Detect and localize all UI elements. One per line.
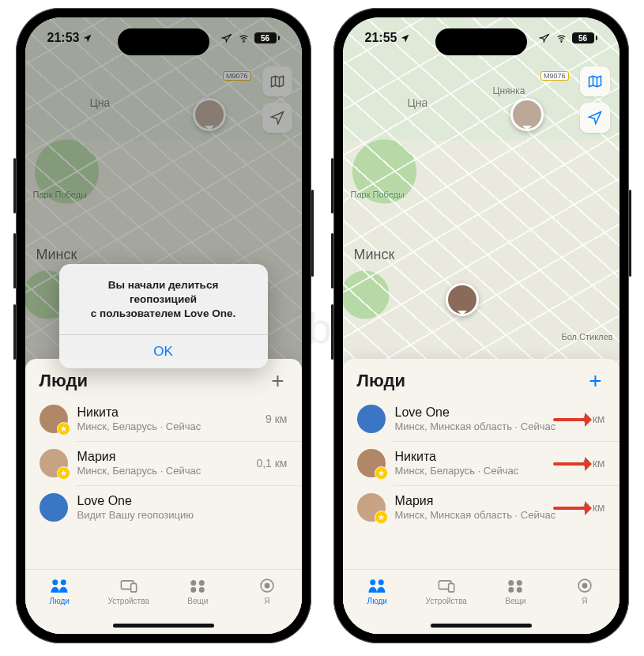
- map-controls: [580, 66, 610, 133]
- tab-me[interactable]: Я: [550, 576, 620, 605]
- map-label-city: Минск: [354, 247, 395, 263]
- airplane-mode-icon: [221, 32, 233, 43]
- person-subtitle: Минск, Беларусь · Сейчас: [395, 465, 574, 477]
- tab-people[interactable]: Люди: [25, 576, 95, 605]
- tab-label: Я: [264, 597, 269, 605]
- person-distance: 9 км: [266, 413, 287, 425]
- person-subtitle: Видит Вашу геопозицию: [77, 509, 278, 521]
- tab-label: Вещи: [187, 597, 208, 605]
- screen: Цна Цнянка Минск Парк Победы Бол.Стиклев…: [343, 17, 620, 634]
- person-distance: 9 км: [583, 457, 604, 469]
- person-row[interactable]: Никита Минск, Беларусь · Сейчас 9 км: [343, 441, 620, 485]
- person-distance: 0,1 км: [256, 457, 287, 469]
- map-person-pin[interactable]: [510, 98, 544, 131]
- tab-label: Я: [582, 597, 587, 605]
- tab-items[interactable]: Вещи: [164, 576, 233, 605]
- tab-label: Вещи: [505, 597, 525, 605]
- devices-icon: [118, 576, 140, 595]
- tab-label: Люди: [367, 597, 387, 605]
- dynamic-island: [435, 28, 527, 55]
- person-row[interactable]: Love One Видит Вашу геопозицию: [25, 485, 302, 530]
- locate-me-button[interactable]: [580, 103, 610, 133]
- map-label-park: Парк Победы: [351, 190, 405, 199]
- tab-people[interactable]: Люди: [343, 576, 412, 605]
- tab-devices[interactable]: Устройства: [412, 576, 481, 605]
- add-person-button[interactable]: +: [586, 370, 604, 392]
- sheet-title: Люди: [40, 371, 88, 391]
- person-name: Никита: [395, 450, 574, 464]
- location-services-icon: [400, 33, 410, 43]
- svg-point-0: [243, 41, 243, 42]
- iphone-frame-right: Цна Цнянка Минск Парк Победы Бол.Стиклев…: [333, 8, 629, 643]
- airplane-mode-icon: [539, 32, 551, 43]
- battery-indicator: 56: [572, 32, 597, 43]
- person-name: Love One: [77, 494, 278, 508]
- me-icon: [574, 576, 596, 595]
- iphone-frame-left: Цна Минск Парк Победы M9076 21:53: [16, 8, 311, 643]
- status-time: 21:53: [47, 31, 80, 45]
- svg-point-11: [560, 41, 561, 42]
- map-label-street: Бол.Стиклев: [561, 332, 612, 341]
- avatar: [357, 449, 386, 477]
- person-distance: 0 км: [583, 501, 604, 514]
- tab-devices[interactable]: Устройства: [94, 576, 164, 605]
- svg-point-21: [582, 583, 586, 587]
- svg-point-7: [191, 587, 197, 593]
- map-label-town: Цна: [408, 96, 428, 109]
- people-icon: [48, 576, 70, 595]
- tab-label: Люди: [50, 597, 70, 605]
- people-icon: [366, 576, 388, 595]
- svg-point-18: [509, 587, 514, 593]
- avatar: [40, 493, 68, 522]
- avatar: [40, 449, 68, 477]
- avatar: [357, 493, 386, 522]
- map-label-town2: Цнянка: [493, 85, 525, 96]
- battery-level: 56: [572, 32, 594, 43]
- person-row[interactable]: Love One Минск, Минская область · Сейчас…: [343, 397, 620, 441]
- person-subtitle: Минск, Минская область · Сейчас: [395, 420, 574, 432]
- tab-items[interactable]: Вещи: [481, 576, 551, 605]
- map-person-pin[interactable]: [446, 283, 479, 316]
- map-mode-button[interactable]: [580, 66, 610, 96]
- map-road-badge: M9076: [540, 71, 569, 81]
- wifi-icon: [237, 33, 250, 43]
- alert-message: Вы начали делиться геопозицией с пользов…: [59, 264, 268, 334]
- tab-me[interactable]: Я: [232, 576, 302, 605]
- person-row[interactable]: Мария Минск, Беларусь · Сейчас 0,1 км: [25, 441, 302, 485]
- person-name: Мария: [395, 494, 574, 508]
- screen: Цна Минск Парк Победы M9076 21:53: [25, 17, 302, 634]
- tab-label: Устройства: [426, 597, 467, 605]
- tab-label: Устройства: [108, 597, 149, 605]
- wifi-icon: [555, 33, 568, 43]
- person-distance: 0 км: [583, 413, 604, 425]
- svg-point-17: [517, 580, 522, 586]
- items-icon: [504, 576, 526, 595]
- avatar: [357, 405, 386, 433]
- home-indicator: [113, 624, 214, 628]
- person-subtitle: Минск, Беларусь · Сейчас: [77, 420, 257, 432]
- add-person-button[interactable]: +: [268, 370, 287, 392]
- me-icon: [256, 576, 278, 595]
- battery-level: 56: [254, 32, 277, 43]
- svg-rect-15: [448, 583, 454, 592]
- location-services-icon: [82, 33, 92, 43]
- person-subtitle: Минск, Беларусь · Сейчас: [77, 465, 247, 477]
- svg-point-2: [61, 579, 66, 585]
- alert-ok-button[interactable]: OK: [59, 335, 268, 368]
- svg-point-6: [199, 580, 205, 586]
- person-name: Love One: [395, 405, 574, 420]
- avatar: [40, 405, 68, 433]
- battery-indicator: 56: [254, 32, 280, 43]
- items-icon: [186, 576, 209, 595]
- person-name: Мария: [77, 450, 247, 464]
- person-row[interactable]: Мария Минск, Минская область · Сейчас 0 …: [343, 485, 620, 530]
- svg-point-12: [371, 579, 376, 585]
- sheet-title: Люди: [357, 371, 405, 391]
- person-row[interactable]: Никита Минск, Беларусь · Сейчас 9 км: [25, 397, 302, 441]
- dynamic-island: [118, 28, 209, 55]
- status-time: 21:55: [365, 31, 397, 45]
- person-name: Никита: [77, 405, 257, 420]
- svg-point-5: [191, 580, 197, 586]
- svg-point-1: [53, 579, 58, 585]
- svg-point-8: [199, 587, 205, 593]
